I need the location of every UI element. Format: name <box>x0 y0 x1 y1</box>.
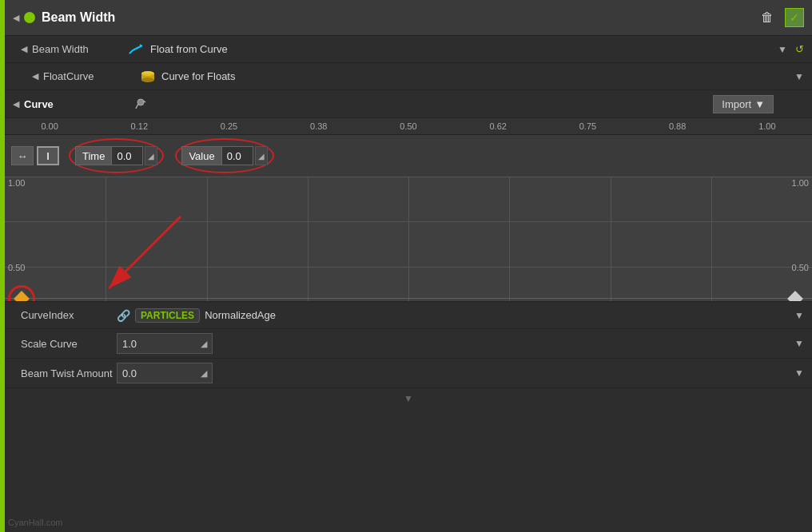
scroll-indicator: ▼ <box>5 388 812 409</box>
beam-twist-expand-icon[interactable]: ◢ <box>201 368 207 379</box>
scale-curve-value: 1.0 <box>122 338 137 350</box>
beam-twist-down-icon[interactable]: ▼ <box>794 367 804 379</box>
section-title: Beam Width <box>42 10 756 25</box>
cursor-tool-button[interactable]: I <box>37 146 59 165</box>
delete-button[interactable]: 🗑 <box>756 6 778 29</box>
svg-point-4 <box>141 71 154 76</box>
grid-v-line-5 <box>611 177 611 302</box>
curve-toolbar: ↔ I Time 0.0 ◢ <box>5 135 812 177</box>
curve-floats-icon <box>139 69 157 84</box>
keyframe-line <box>5 298 812 299</box>
scale-curve-label: Scale Curve <box>21 338 117 350</box>
grid-v-line-6 <box>711 177 712 302</box>
scale-curve-input[interactable]: 1.0 ◢ <box>117 333 213 354</box>
curve-collapse-arrow[interactable]: ◀ <box>13 99 19 109</box>
curve-index-down-icon[interactable]: ▼ <box>794 310 804 321</box>
import-down-icon: ▼ <box>754 98 765 110</box>
grid-v-line-3 <box>408 177 409 302</box>
time-value[interactable]: 0.0 <box>111 146 143 165</box>
beam-twist-row: Beam Twist Amount 0.0 ◢ ▼ <box>5 359 812 388</box>
float-curve-down-icon[interactable]: ▼ <box>778 44 787 55</box>
beam-twist-label: Beam Twist Amount <box>21 367 117 379</box>
curve-label: Curve <box>24 98 120 110</box>
time-input-group: Time 0.0 ◢ <box>69 138 164 173</box>
beam-width-row: ◀ Beam Width Float from Curve ▼ ↺ <box>5 36 812 63</box>
grid-label-mid-left: 0.50 <box>8 263 25 272</box>
beam-twist-input[interactable]: 0.0 ◢ <box>117 363 213 383</box>
float-from-curve-label: Float from Curve <box>150 43 228 55</box>
active-indicator <box>24 12 35 23</box>
grid-v-line-4 <box>509 177 510 302</box>
expand-tool-button[interactable]: ↔ <box>11 146 34 165</box>
curve-section: ◀ Curve Import ▼ 0.00 0.12 0.25 <box>5 90 812 302</box>
link-icon: 🔗 <box>117 309 130 322</box>
ruler-mark-8: 1.00 <box>722 121 812 131</box>
ruler-mark-7: 0.88 <box>633 121 722 131</box>
keyframe-diamond-left[interactable] <box>14 291 30 302</box>
beam-width-label: Beam Width <box>32 43 128 55</box>
enable-checkbox[interactable]: ✓ <box>785 8 804 27</box>
import-label: Import <box>722 98 751 110</box>
normalized-age-label: NormalizedAge <box>205 309 276 321</box>
import-button[interactable]: Import ▼ <box>713 95 774 113</box>
scale-curve-expand-icon[interactable]: ◢ <box>201 339 207 349</box>
float-curve-arrow[interactable]: ◀ <box>32 71 38 81</box>
float-curve-label: FloatCurve <box>43 70 139 82</box>
time-label: Time <box>75 146 111 165</box>
curve-ruler: 0.00 0.12 0.25 0.38 0.50 0.62 0.75 0.88 … <box>5 118 812 135</box>
ruler-mark-1: 0.12 <box>94 121 184 131</box>
curve-grid[interactable]: 1.00 0.50 1.00 0.50 <box>5 177 812 302</box>
watermark: CyanHall.com <box>8 518 62 527</box>
curve-floats-down-icon[interactable]: ▼ <box>794 71 804 82</box>
ruler-mark-2: 0.25 <box>184 121 273 131</box>
particles-badge: PARTICLES <box>135 308 200 323</box>
beam-width-arrow[interactable]: ◀ <box>21 44 27 54</box>
svg-point-3 <box>141 77 154 82</box>
ruler-mark-6: 0.75 <box>543 121 632 131</box>
float-curve-undo-icon[interactable]: ↺ <box>795 43 804 55</box>
ruler-mark-4: 0.50 <box>364 121 453 131</box>
ruler-mark-0: 0.00 <box>5 121 94 131</box>
keyframe-diamond-right[interactable] <box>787 291 803 302</box>
ruler-mark-5: 0.62 <box>453 121 543 131</box>
grid-v-line-0 <box>105 177 106 302</box>
value-label: Value <box>181 146 221 165</box>
curve-editor[interactable]: 0.00 0.12 0.25 0.38 0.50 0.62 0.75 0.88 … <box>5 118 812 302</box>
grid-v-line-1 <box>207 177 208 302</box>
value-expand-button[interactable]: ◢ <box>255 146 268 165</box>
grid-label-top-left: 1.00 <box>8 178 25 188</box>
scale-curve-row: Scale Curve 1.0 ◢ ▼ <box>5 329 812 359</box>
section-header: ◀ Beam Width 🗑 ✓ <box>5 0 812 36</box>
grid-label-top-right: 1.00 <box>792 178 809 188</box>
float-curve-icon <box>128 42 145 58</box>
beam-twist-value: 0.0 <box>122 367 137 379</box>
curve-node-icon <box>129 94 152 113</box>
curve-index-row: CurveIndex 🔗 PARTICLES NormalizedAge ▼ <box>5 302 812 329</box>
time-expand-button[interactable]: ◢ <box>145 146 157 165</box>
float-curve-row: ◀ FloatCurve Curve for Floats ▼ <box>5 63 812 90</box>
grid-label-mid-right: 0.50 <box>792 263 809 272</box>
svg-point-5 <box>137 99 144 105</box>
ruler-mark-3: 0.38 <box>274 121 364 131</box>
collapse-arrow-icon[interactable]: ◀ <box>13 13 19 23</box>
curve-index-label: CurveIndex <box>21 309 117 321</box>
value-value[interactable]: 0.0 <box>221 146 253 165</box>
scale-curve-down-icon[interactable]: ▼ <box>794 338 804 349</box>
curve-for-floats-label: Curve for Floats <box>161 70 235 82</box>
bottom-properties: CurveIndex 🔗 PARTICLES NormalizedAge ▼ S… <box>5 302 812 532</box>
curve-header-row: ◀ Curve Import ▼ <box>5 90 812 118</box>
value-input-group: Value 0.0 ◢ <box>175 138 273 173</box>
grid-v-line-2 <box>308 177 308 302</box>
